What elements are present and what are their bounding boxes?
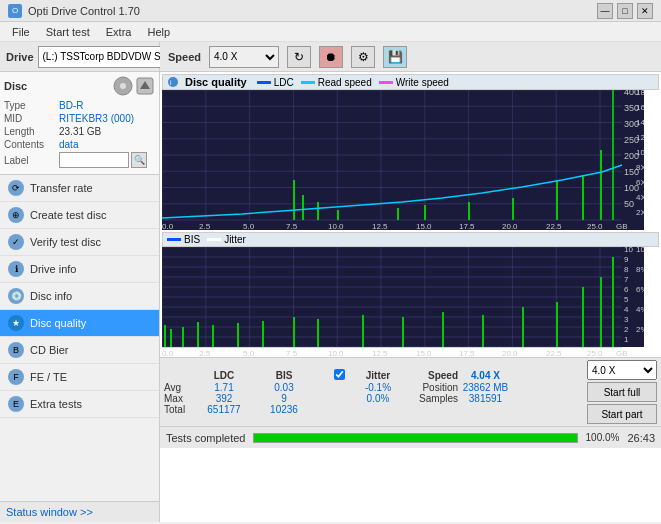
svg-text:25.0: 25.0: [587, 222, 603, 230]
nav-disc-quality[interactable]: ★ Disc quality: [0, 310, 159, 337]
svg-text:1: 1: [624, 335, 629, 344]
max-ldc: 392: [194, 393, 254, 404]
bis-legend: [167, 238, 181, 241]
label-label: Label: [4, 155, 59, 166]
svg-rect-6: [162, 90, 644, 230]
bis-legend-label: BIS: [184, 234, 200, 245]
samples-label: Samples: [408, 393, 458, 404]
label-search-button[interactable]: 🔍: [131, 152, 147, 168]
fe-te-icon: F: [8, 369, 24, 385]
menu-bar: File Start test Extra Help: [0, 22, 661, 42]
svg-text:22.5: 22.5: [546, 349, 562, 357]
svg-text:8: 8: [624, 265, 629, 274]
left-panel: Drive (L:) TSSTcorp BDDVDW SE-506CB TS02…: [0, 42, 160, 522]
read-speed-label: Read speed: [318, 77, 372, 88]
menu-help[interactable]: Help: [139, 24, 178, 40]
minimize-button[interactable]: —: [597, 3, 613, 19]
disc-quality-icon: ★: [8, 315, 24, 331]
read-speed-legend: [301, 81, 315, 84]
svg-text:0.0: 0.0: [162, 349, 174, 357]
progress-bar: [253, 433, 577, 443]
elapsed-time: 26:43: [627, 432, 655, 444]
speed-record-button[interactable]: ⏺: [319, 46, 343, 68]
nav-create-test-disc-label: Create test disc: [30, 209, 106, 221]
stats-table: LDC BIS Jitter Speed 4.04 X Avg 1.71 0.0…: [164, 369, 513, 415]
speed-save-button[interactable]: 💾: [383, 46, 407, 68]
start-full-button[interactable]: Start full: [587, 382, 657, 402]
speed-col-header: Speed: [408, 369, 458, 382]
svg-rect-98: [293, 317, 295, 347]
contents-value: data: [59, 139, 155, 150]
position-label: Position: [408, 382, 458, 393]
nav-cd-bier[interactable]: B CD Bier: [0, 337, 159, 364]
disc-icon: [113, 76, 133, 96]
action-area: 4.0 X Start full Start part: [587, 360, 657, 424]
status-window-link[interactable]: Status window >>: [6, 506, 93, 518]
nav-transfer-rate[interactable]: ⟳ Transfer rate: [0, 175, 159, 202]
nav-extra-tests-label: Extra tests: [30, 398, 82, 410]
svg-text:2X: 2X: [636, 208, 644, 217]
svg-text:17.5: 17.5: [459, 349, 475, 357]
menu-extra[interactable]: Extra: [98, 24, 140, 40]
nav-disc-info[interactable]: 💿 Disc info: [0, 283, 159, 310]
stats-bar: LDC BIS Jitter Speed 4.04 X Avg 1.71 0.0…: [160, 357, 661, 426]
max-jitter: 0.0%: [348, 393, 408, 404]
nav-drive-info[interactable]: ℹ Drive info: [0, 256, 159, 283]
nav-extra-tests[interactable]: E Extra tests: [0, 391, 159, 418]
mid-value: RITEKBR3 (000): [59, 113, 155, 124]
drive-label: Drive: [6, 51, 34, 63]
svg-text:6%: 6%: [636, 285, 644, 294]
start-part-button[interactable]: Start part: [587, 404, 657, 424]
svg-rect-106: [582, 287, 584, 347]
nav-fe-te-label: FE / TE: [30, 371, 67, 383]
speed-settings-button[interactable]: ⚙: [351, 46, 375, 68]
chart2-title-bar: BIS Jitter: [162, 232, 659, 247]
total-label: Total: [164, 404, 194, 415]
mid-label: MID: [4, 113, 59, 124]
jitter-checkbox[interactable]: [334, 369, 345, 380]
svg-rect-34: [512, 198, 514, 220]
main-area: Drive (L:) TSSTcorp BDDVDW SE-506CB TS02…: [0, 42, 661, 522]
menu-start-test[interactable]: Start test: [38, 24, 98, 40]
disc-info-icon: 💿: [8, 288, 24, 304]
svg-text:7.5: 7.5: [286, 222, 298, 230]
nav-create-test-disc[interactable]: ⊕ Create test disc: [0, 202, 159, 229]
svg-rect-31: [397, 208, 399, 220]
svg-text:6: 6: [624, 285, 629, 294]
close-button[interactable]: ✕: [637, 3, 653, 19]
svg-rect-36: [582, 175, 584, 220]
legend1: LDC Read speed Write speed: [257, 77, 449, 88]
svg-text:8%: 8%: [636, 265, 644, 274]
nav-verify-test-disc-label: Verify test disc: [30, 236, 101, 248]
jitter-legend-label: Jitter: [224, 234, 246, 245]
svg-text:25.0: 25.0: [587, 349, 603, 357]
svg-rect-38: [612, 90, 614, 220]
top-chart: 400 350 300 250 200 150 100 50 18X 16X 1…: [162, 90, 644, 230]
svg-rect-108: [612, 257, 614, 347]
svg-rect-28: [302, 195, 304, 220]
svg-rect-32: [424, 205, 426, 220]
svg-text:3: 3: [624, 315, 629, 324]
svg-rect-29: [317, 202, 319, 220]
nav-verify-test-disc[interactable]: ✓ Verify test disc: [0, 229, 159, 256]
nav-fe-te[interactable]: F FE / TE: [0, 364, 159, 391]
menu-file[interactable]: File: [4, 24, 38, 40]
svg-text:2.5: 2.5: [199, 349, 211, 357]
svg-text:5.0: 5.0: [243, 222, 255, 230]
svg-text:6X: 6X: [636, 178, 644, 187]
ldc-col-header: LDC: [194, 369, 254, 382]
svg-text:16X: 16X: [636, 103, 644, 112]
avg-ldc: 1.71: [194, 382, 254, 393]
svg-text:5: 5: [624, 295, 629, 304]
svg-text:12X: 12X: [636, 133, 644, 142]
right-panel: Speed 4.0 X ↻ ⏺ ⚙ 💾 i Disc quality LDC R…: [160, 42, 661, 522]
label-input[interactable]: [59, 152, 129, 168]
maximize-button[interactable]: □: [617, 3, 633, 19]
total-bis: 10236: [254, 404, 314, 415]
speed-select[interactable]: 4.0 X: [209, 46, 279, 68]
svg-rect-99: [317, 319, 319, 347]
svg-text:GB: GB: [616, 222, 628, 230]
speed-refresh-button[interactable]: ↻: [287, 46, 311, 68]
speed-dropdown[interactable]: 4.0 X: [587, 360, 657, 380]
nav-disc-info-label: Disc info: [30, 290, 72, 302]
